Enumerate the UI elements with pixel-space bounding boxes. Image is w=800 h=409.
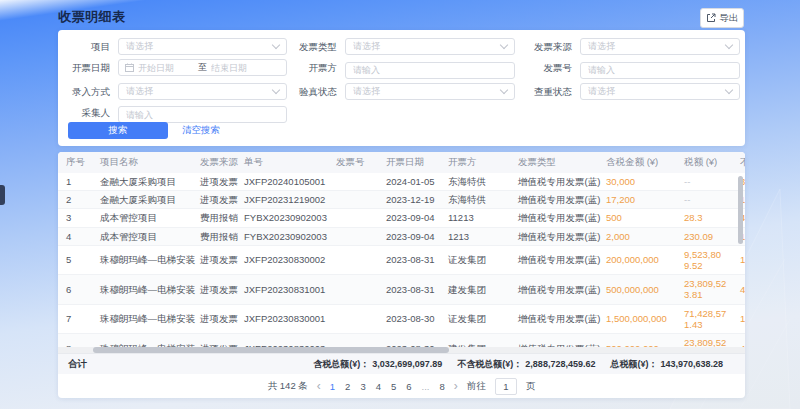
page-number[interactable]: 8	[440, 381, 445, 392]
cell-tax-amount: 230.09	[676, 227, 732, 245]
cell-invoice-source: 进项发票	[192, 173, 236, 191]
filter-label-dup-status: 查重状态	[515, 83, 580, 100]
cell-tax-amount: 28.3	[676, 209, 732, 227]
cell-issuer: 东海特供	[440, 173, 510, 191]
cell-invoice-source: 进项发票	[192, 191, 236, 209]
cell-doc-no: JXFP20240105001	[236, 173, 328, 191]
start-date-input[interactable]	[138, 63, 194, 73]
table-row: 7珠穆朗玛峰—电梯安装进项发票JXFP202308300012023-08-30…	[58, 304, 745, 333]
cell-no: 2	[58, 191, 92, 209]
chevron-down-icon	[500, 41, 508, 49]
filter-label-invoice-no: 发票号	[515, 59, 580, 79]
table-row: 5珠穆朗玛峰—电梯安装进项发票JXFP202308300022023-08-31…	[58, 245, 745, 274]
calendar-icon	[125, 63, 134, 72]
cell-invoice-source: 费用报销	[192, 209, 236, 227]
vertical-scrollbar-thumb[interactable]	[738, 176, 743, 244]
table-row: 2金融大厦采购项目进项发票JXFP202312190022023-12-19东海…	[58, 191, 745, 209]
table-row: 3成本管控项目费用报销FYBX202309020032023-09-041121…	[58, 209, 745, 227]
summary-amount-excl: 不含税总额(¥)：2,888,728,459.62	[457, 358, 595, 371]
cell-invoice-type: 增值税专用发票(蓝)	[510, 191, 598, 209]
prev-page-button[interactable]: ‹	[317, 380, 321, 392]
chevron-down-icon	[725, 41, 733, 49]
cell-invoice-date: 2023-08-30	[378, 304, 440, 333]
table-row: 4成本管控项目费用报销FYBX202309020032023-09-041213…	[58, 227, 745, 245]
page-number[interactable]: 1	[330, 381, 335, 392]
next-page-button[interactable]: ›	[454, 380, 458, 392]
page-number[interactable]: 6	[406, 381, 411, 392]
cell-invoice-type: 增值税专用发票(蓝)	[510, 209, 598, 227]
summary-tax-total: 总税额(¥)：143,970,638.28	[610, 358, 723, 371]
page-number[interactable]: 4	[376, 381, 381, 392]
page-number[interactable]: 5	[391, 381, 396, 392]
filter-label-invoice-date: 开票日期	[58, 59, 118, 79]
cell-invoice-type: 增值税专用发票(蓝)	[510, 173, 598, 191]
issuer-input[interactable]	[345, 62, 515, 79]
clear-search-link[interactable]: 清空搜索	[182, 124, 220, 137]
cell-invoice-date: 2023-08-31	[378, 245, 440, 274]
cell-tax-amount: --	[676, 191, 732, 209]
side-drawer-handle[interactable]	[0, 185, 5, 205]
goto-label: 前往	[467, 380, 486, 393]
page-number[interactable]: 2	[345, 381, 350, 392]
invoice-table-card: 序号 项目名称 发票来源 单号 发票号 开票日期 开票方 发票类型 含税金额 (…	[58, 152, 745, 398]
cell-doc-no: FYBX20230902003	[236, 227, 328, 245]
goto-page-input[interactable]	[495, 378, 517, 395]
cell-project-name: 珠穆朗玛峰—电梯安装	[92, 275, 192, 304]
entry-method-select[interactable]: 请选择	[118, 83, 287, 100]
table-header-row: 序号 项目名称 发票来源 单号 发票号 开票日期 开票方 发票类型 含税金额 (…	[58, 152, 745, 173]
cell-invoice-date: 2023-09-04	[378, 209, 440, 227]
filter-label-issuer: 开票方	[287, 59, 345, 79]
cell-invoice-no	[328, 191, 378, 209]
export-icon	[706, 13, 716, 23]
page-list: 123456...8	[330, 381, 445, 392]
cell-issuer: 建发集团	[440, 275, 510, 304]
dup-status-select[interactable]: 请选择	[580, 83, 740, 100]
chevron-down-icon	[272, 41, 280, 49]
cell-invoice-source: 费用报销	[192, 227, 236, 245]
cell-amount-incl-tax: 1,500,000,000	[598, 304, 676, 333]
search-button[interactable]: 搜索	[68, 122, 168, 139]
invoice-source-select[interactable]: 请选择	[580, 38, 740, 55]
project-select[interactable]: 请选择	[118, 38, 287, 55]
column-header-tax: 税额 (¥)	[676, 152, 732, 173]
date-range-separator: 至	[198, 61, 207, 74]
column-header-source: 发票来源	[192, 152, 236, 173]
page-title: 收票明细表	[58, 8, 126, 26]
cell-doc-no: JXFP20230830002	[236, 245, 328, 274]
pagination-total-count: 共 142 条	[268, 380, 308, 393]
end-date-input[interactable]	[211, 63, 280, 73]
cell-invoice-source: 进项发票	[192, 245, 236, 274]
cell-amount-incl-tax: 30,000	[598, 173, 676, 191]
cell-issuer: 东海特供	[440, 191, 510, 209]
invoice-no-input[interactable]	[580, 62, 740, 79]
cell-no: 6	[58, 275, 92, 304]
filter-panel: 项目 请选择 发票类型 请选择 发票来源 请选择 开票日期 至	[58, 30, 745, 146]
column-header-issuer: 开票方	[440, 152, 510, 173]
cell-amount-incl-tax: 17,200	[598, 191, 676, 209]
invoice-type-select[interactable]: 请选择	[345, 38, 515, 55]
summary-row: 合计 含税总额(¥)：3,032,699,097.89 不含税总额(¥)：2,8…	[58, 353, 745, 374]
cell-issuer: 证发集团	[440, 245, 510, 274]
cell-no: 5	[58, 245, 92, 274]
collector-input[interactable]	[118, 106, 287, 123]
cell-project-name: 金融大厦采购项目	[92, 173, 192, 191]
cell-invoice-no	[328, 173, 378, 191]
cell-issuer: 证发集团	[440, 304, 510, 333]
cell-invoice-no	[328, 304, 378, 333]
cell-amount-excl-tax: 1,428,571,428.57	[732, 304, 745, 333]
column-header-type: 发票类型	[510, 152, 598, 173]
page-number[interactable]: 3	[360, 381, 365, 392]
column-header-amount-incl: 含税金额 (¥)	[598, 152, 676, 173]
cell-doc-no: JXFP20230831001	[236, 275, 328, 304]
invoice-date-range[interactable]: 至	[118, 59, 287, 76]
export-button[interactable]: 导出	[700, 8, 744, 28]
cell-tax-amount: 71,428,571.43	[676, 304, 732, 333]
cell-invoice-date: 2023-12-19	[378, 191, 440, 209]
cell-amount-incl-tax: 500	[598, 209, 676, 227]
verify-status-select[interactable]: 请选择	[345, 83, 515, 100]
table-body: 1金融大厦采购项目进项发票JXFP202401050012024-01-05东海…	[58, 173, 745, 353]
cell-doc-no: JXFP20231219002	[236, 191, 328, 209]
column-header-date: 开票日期	[378, 152, 440, 173]
cell-invoice-type: 增值税专用发票(蓝)	[510, 304, 598, 333]
summary-total-label: 合计	[68, 358, 87, 371]
